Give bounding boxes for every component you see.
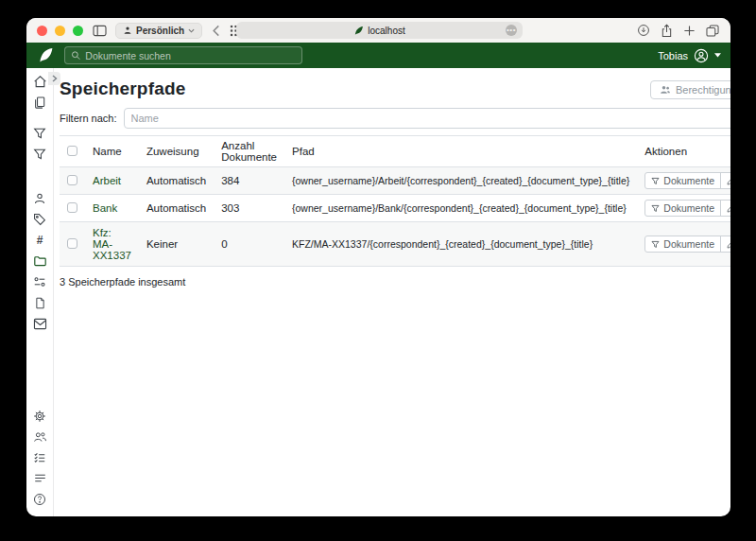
caret-down-icon [714, 53, 721, 58]
document-count-value: 384 [214, 167, 284, 195]
users-icon [660, 84, 671, 96]
page-title: Speicherpfade [60, 79, 186, 99]
filter-documents-button[interactable]: Dokumente [644, 200, 721, 217]
browser-profile-label: Persönlich [136, 26, 184, 36]
share-icon[interactable] [661, 24, 673, 38]
browser-back-icon[interactable] [212, 25, 220, 37]
sidebar-item-workflows[interactable] [32, 295, 47, 310]
edit-button[interactable]: Bearbeiten [720, 236, 730, 253]
downloads-icon[interactable] [637, 24, 650, 37]
sidebar-item-documents[interactable] [32, 95, 47, 110]
sidebar-item-storage-paths[interactable] [32, 253, 47, 269]
table-header-row: Name Zuweisung Anzahl Dokumente Pfad Akt… [60, 136, 730, 167]
search-input[interactable] [85, 50, 296, 61]
column-header-document-count[interactable]: Anzahl Dokumente [214, 136, 284, 167]
sidebar-expand-button[interactable] [48, 72, 60, 85]
pencil-icon [727, 240, 730, 249]
row-checkbox[interactable] [67, 175, 77, 185]
sidebar-item-mail[interactable] [32, 316, 47, 331]
browser-titlebar: Persönlich localhost ••• [26, 18, 730, 43]
matching-value: Keiner [139, 222, 214, 267]
sidebar-item-users-groups[interactable] [32, 429, 47, 445]
sidebar-item-document-types[interactable]: # [32, 233, 47, 248]
browser-profile-switcher[interactable]: Persönlich [115, 23, 202, 39]
tab-overview-icon[interactable] [706, 25, 719, 37]
filter-bar: Filtern nach: « 1 » [60, 108, 730, 129]
paperless-feather-icon [353, 26, 364, 36]
column-header-matching[interactable]: Zuweisung [139, 136, 214, 167]
column-header-name[interactable]: Name [85, 136, 139, 167]
sidebar-item-saved-view[interactable] [32, 147, 47, 162]
close-window-button[interactable] [37, 26, 47, 36]
sidebar-item-home[interactable] [32, 74, 47, 89]
path-value: {owner_username}/Arbeit/{correspondent}_… [284, 167, 637, 195]
funnel-icon [651, 177, 660, 185]
document-count-value: 0 [214, 222, 284, 267]
table-row: Kfz: MA-XX1337 Keiner 0 KFZ/MA-XX1337/{c… [60, 222, 730, 267]
sidebar: # [26, 68, 54, 516]
url-text: localhost [368, 26, 404, 36]
sidebar-item-tags[interactable] [32, 212, 47, 227]
edit-button[interactable]: Bearbeiten [720, 200, 730, 217]
storage-paths-table: Name Zuweisung Anzahl Dokumente Pfad Akt… [60, 135, 730, 267]
storage-path-name-link[interactable]: Kfz: MA-XX1337 [93, 227, 131, 261]
sidebar-item-settings[interactable] [32, 409, 47, 424]
sidebar-item-logs[interactable] [32, 471, 47, 486]
row-checkbox[interactable] [67, 238, 77, 249]
search-icon [71, 50, 80, 61]
row-actions: Dokumente Bearbeiten Löschen [644, 172, 730, 189]
sidebar-item-correspondents[interactable] [32, 191, 47, 206]
matching-value: Automatisch [139, 195, 214, 222]
sidebar-item-saved-view[interactable] [32, 126, 47, 141]
path-value: KFZ/MA-XX1337/{correspondent}_{created}_… [284, 222, 637, 267]
browser-address-bar[interactable]: localhost ••• [236, 22, 523, 39]
traffic-lights [37, 26, 83, 36]
row-actions: Dokumente Bearbeiten Löschen [644, 236, 730, 253]
path-value: {owner_username}/Bank/{correspondent}_{c… [284, 195, 637, 222]
matching-value: Automatisch [139, 167, 214, 195]
permissions-button[interactable]: Berechtigungen [650, 80, 730, 99]
funnel-icon [651, 204, 660, 213]
app-body: # Speicherpfade Berechtigungen [26, 68, 730, 516]
select-all-checkbox[interactable] [67, 146, 77, 156]
person-icon [123, 26, 132, 35]
name-filter-input[interactable] [124, 108, 730, 129]
paperless-logo-icon [38, 47, 54, 63]
row-actions: Dokumente Bearbeiten Löschen [644, 200, 730, 217]
funnel-icon [651, 240, 660, 249]
app-navbar: Tobias [26, 43, 730, 68]
global-search [64, 46, 302, 64]
person-circle-icon [694, 48, 709, 63]
browser-sidebar-icon[interactable] [93, 25, 107, 37]
new-tab-icon[interactable] [683, 25, 696, 37]
sidebar-item-tasks[interactable] [32, 450, 47, 465]
storage-path-name-link[interactable]: Bank [93, 202, 117, 214]
filter-documents-button[interactable]: Dokumente [644, 236, 721, 253]
filter-documents-button[interactable]: Dokumente [644, 172, 721, 189]
edit-button[interactable]: Bearbeiten [720, 172, 730, 189]
pencil-icon [727, 177, 730, 185]
pencil-icon [727, 204, 730, 213]
browser-toolbar-right [637, 18, 719, 43]
total-count-text: 3 Speicherpfade insgesamt [60, 276, 730, 288]
table-row: Bank Automatisch 303 {owner_username}/Ba… [60, 195, 730, 222]
main-content: Speicherpfade Berechtigungen Erstellen F… [54, 68, 730, 516]
row-checkbox[interactable] [67, 202, 77, 213]
username: Tobias [658, 50, 688, 61]
sidebar-item-custom-fields[interactable] [32, 274, 47, 289]
filter-label: Filtern nach: [60, 113, 117, 124]
zoom-window-button[interactable] [73, 26, 83, 36]
header-buttons: Berechtigungen Erstellen [650, 80, 730, 99]
chevron-right-icon [52, 75, 58, 82]
sidebar-item-documentation[interactable] [32, 492, 47, 507]
browser-window: Persönlich localhost ••• Tobias [26, 18, 730, 516]
address-options-icon[interactable]: ••• [506, 25, 517, 36]
table-row: Arbeit Automatisch 384 {owner_username}/… [60, 167, 730, 195]
page-header: Speicherpfade Berechtigungen Erstellen [60, 79, 730, 99]
user-menu[interactable]: Tobias [658, 43, 721, 68]
column-header-actions: Aktionen [637, 136, 730, 167]
storage-path-name-link[interactable]: Arbeit [93, 175, 121, 186]
chevron-down-icon [188, 28, 195, 33]
document-count-value: 303 [214, 195, 284, 222]
minimize-window-button[interactable] [55, 26, 65, 36]
